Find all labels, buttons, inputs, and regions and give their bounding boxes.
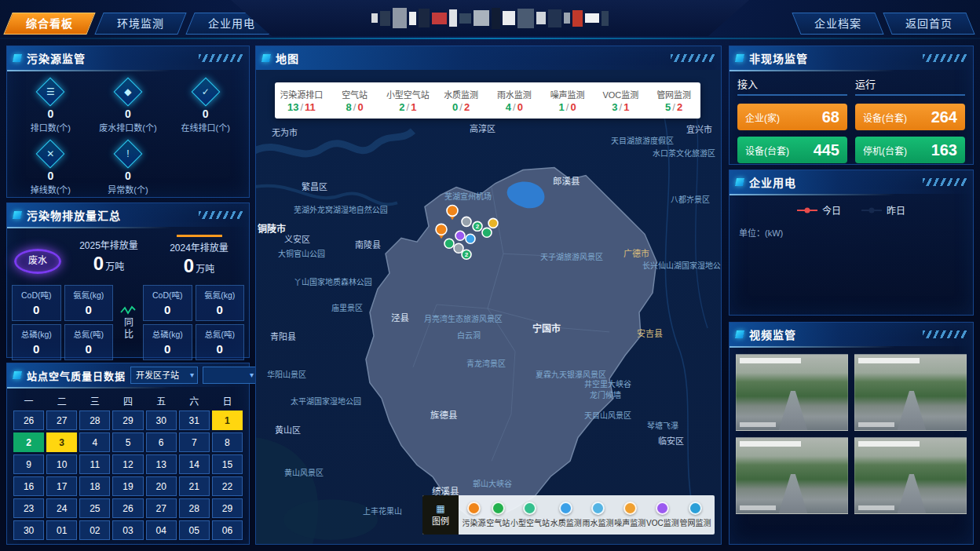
calendar-day-cell[interactable]: 5: [112, 432, 143, 452]
nav-tab[interactable]: 企业档案: [792, 13, 883, 35]
calendar-day-cell[interactable]: 28: [179, 498, 210, 518]
calendar-day-cell[interactable]: 6: [146, 432, 177, 452]
map-layer-toggle[interactable]: 噪声监测: [614, 502, 645, 528]
nav-tab[interactable]: 综合看板: [3, 13, 95, 35]
map-place-label: 宁国市: [532, 323, 561, 334]
calendar-day-cell[interactable]: 26: [13, 411, 44, 430]
power-legend-item[interactable]: 昨日: [861, 203, 905, 217]
calendar-day-cell[interactable]: 7: [179, 432, 210, 452]
calendar-day-cell[interactable]: 29: [112, 411, 143, 430]
map-marker[interactable]: [455, 231, 465, 240]
calendar-day-cell[interactable]: 28: [79, 411, 110, 430]
panel-title: 非现场监管: [749, 50, 808, 66]
nav-tab[interactable]: 环境监测: [94, 13, 186, 35]
calendar-day-cell[interactable]: 13: [146, 454, 177, 474]
map-layer-toggle[interactable]: VOC监测: [646, 502, 679, 528]
panel-header: 地图: [256, 46, 721, 70]
calendar-day-cell[interactable]: 11: [79, 454, 110, 474]
map-marker[interactable]: [488, 218, 498, 228]
video-thumbnail[interactable]: [854, 437, 967, 514]
map-legend-stat[interactable]: 小型空气站2/1: [382, 82, 435, 119]
offline-count: 1: [623, 101, 629, 113]
map-layer-toggle[interactable]: 水质监测: [550, 502, 582, 528]
top-nav: 综合看板环境监测企业用电 企业档案返回首页: [0, 0, 980, 39]
offsite-stat-card[interactable]: 企业(家)68: [737, 104, 847, 130]
weekday-label: 日: [212, 394, 243, 407]
calendar-day-cell[interactable]: 15: [212, 454, 243, 474]
calendar-day-cell[interactable]: 4: [79, 432, 110, 452]
calendar-day-cell[interactable]: 8: [212, 432, 243, 452]
video-thumbnail[interactable]: [854, 354, 967, 431]
map-layer-toggle[interactable]: 管网监测: [680, 502, 711, 528]
calendar-day-cell[interactable]: 01: [46, 520, 77, 540]
map-marker[interactable]: [444, 239, 454, 248]
calendar-day-cell[interactable]: 31: [179, 411, 210, 430]
map-marker[interactable]: 2: [462, 250, 471, 259]
calendar-day-cell[interactable]: 29: [212, 498, 243, 518]
map-legend-stat[interactable]: 污染源排口13/11: [275, 82, 328, 119]
calendar-day-cell[interactable]: 03: [112, 520, 143, 540]
calendar-day-cell[interactable]: 2: [13, 432, 44, 452]
map-marker[interactable]: [482, 228, 492, 237]
calendar-day-cell[interactable]: 1: [212, 411, 243, 430]
map-layer-toggle[interactable]: 小型空气站: [510, 502, 550, 528]
calendar-day-cell[interactable]: 25: [79, 498, 110, 518]
calendar-day-cell[interactable]: 10: [46, 454, 77, 474]
map-marker[interactable]: [454, 243, 463, 253]
map-legend-stat[interactable]: 雨水监测4/0: [488, 82, 541, 119]
calendar-day-cell[interactable]: 27: [146, 498, 177, 518]
header-stripes-decor: [923, 54, 967, 62]
map-canvas[interactable]: 无为市高淳区宜兴市天目湖旅游度假区水口茶文化旅游区八都岕景区郎溪县繁昌区芜湖宣州…: [256, 70, 721, 544]
map-place-label: 夏霖九天银瀑风景区: [536, 370, 606, 379]
region-boundary: [366, 168, 656, 520]
calendar-day-cell[interactable]: 30: [13, 520, 44, 540]
calendar-day-cell[interactable]: 04: [146, 520, 177, 540]
map-legend-stat[interactable]: 管网监测5/2: [647, 82, 700, 119]
map-layer-toggle[interactable]: 污染源: [462, 502, 485, 528]
calendar-day-cell[interactable]: 14: [179, 454, 210, 474]
header-stripes-decor: [199, 211, 243, 219]
map-marker[interactable]: [462, 217, 471, 226]
road-decor: [779, 391, 808, 430]
calendar-day-cell[interactable]: 30: [146, 411, 177, 430]
video-thumbnail[interactable]: [736, 437, 848, 514]
calendar-day-cell[interactable]: 18: [79, 476, 110, 496]
nav-tab[interactable]: 返回首页: [883, 13, 975, 35]
date-select[interactable]: [203, 367, 258, 384]
calendar-day-cell[interactable]: 27: [46, 411, 77, 430]
map-legend-stat[interactable]: VOC监测3/1: [594, 82, 648, 119]
nav-tab-label: 综合看板: [26, 13, 73, 34]
calendar-day-cell[interactable]: 12: [112, 454, 143, 474]
calendar-day-cell[interactable]: 05: [179, 520, 210, 540]
offline-count: 2: [677, 101, 682, 113]
calendar-day-cell[interactable]: 06: [212, 520, 243, 540]
map-place-label: 高淳区: [470, 123, 495, 133]
map-legend-stat[interactable]: 空气站8/0: [328, 82, 382, 119]
map-marker[interactable]: 2: [473, 221, 482, 231]
calendar-day-cell[interactable]: 17: [46, 476, 77, 496]
map-legend-stat[interactable]: 噪声监测1/0: [541, 82, 594, 119]
calendar-day-cell[interactable]: 21: [179, 476, 210, 496]
map-place-label: 水口茶文化旅游区: [653, 148, 715, 158]
calendar-day-cell[interactable]: 02: [79, 520, 110, 540]
calendar-day-cell[interactable]: 22: [212, 476, 243, 496]
calendar-day-cell[interactable]: 20: [146, 476, 177, 496]
offsite-stat-card[interactable]: 设备(台套)445: [737, 137, 847, 163]
offsite-cards: 企业(家)68设备(台套)264设备(台套)445停机(台套)163: [730, 97, 973, 170]
map-marker[interactable]: [466, 234, 475, 243]
offsite-stat-card[interactable]: 停机(台套)163: [855, 137, 965, 163]
map-legend-stat[interactable]: 水质监测0/2: [434, 82, 488, 119]
calendar-day-cell[interactable]: 3: [46, 432, 77, 452]
map-layer-toggle[interactable]: 雨水监测: [583, 502, 614, 528]
video-thumbnail[interactable]: [736, 354, 848, 431]
calendar-day-cell[interactable]: 16: [13, 476, 44, 496]
calendar-day-cell[interactable]: 26: [112, 498, 143, 518]
power-legend-item[interactable]: 今日: [797, 203, 841, 217]
calendar-day-cell[interactable]: 23: [13, 498, 44, 518]
offsite-stat-card[interactable]: 设备(台套)264: [855, 104, 965, 130]
station-select[interactable]: 开发区子站: [130, 367, 198, 384]
calendar-day-cell[interactable]: 24: [46, 498, 77, 518]
calendar-day-cell[interactable]: 9: [13, 454, 44, 474]
map-layer-toggle[interactable]: 空气站: [486, 502, 510, 528]
calendar-day-cell[interactable]: 19: [112, 476, 143, 496]
